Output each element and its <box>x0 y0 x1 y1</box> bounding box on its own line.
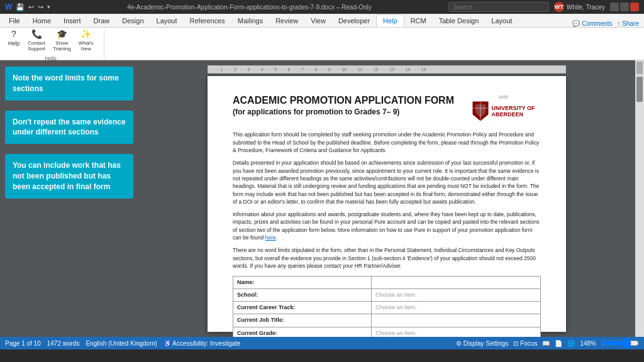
vertical-scrollbar[interactable] <box>635 60 644 337</box>
form-table: Name: School: Choose an item. Current Ca… <box>233 276 541 337</box>
university-year: 1495 <box>498 95 508 99</box>
ribbon-content: ? Help 📞 ContactSupport 🎓 ShowTraining ✨… <box>0 28 644 60</box>
shield-logo <box>472 101 489 122</box>
share-button[interactable]: ↑ Share <box>618 20 639 27</box>
paragraph-4: There are no word limits stipulated in t… <box>233 246 541 270</box>
help-button[interactable]: ? Help <box>5 26 23 53</box>
user-avatar: WT <box>554 2 564 12</box>
paragraph-1: This application form should be complete… <box>233 131 541 154</box>
contact-support-button[interactable]: 📞 ContactSupport <box>25 26 48 53</box>
quick-access-undo[interactable]: ↩ <box>28 3 34 11</box>
minimize-button[interactable] <box>610 3 619 11</box>
maximize-button[interactable] <box>620 3 629 11</box>
field-value-job-title[interactable] <box>372 314 541 327</box>
user-info: WT White, Tracey <box>554 2 605 12</box>
print-layout-icon[interactable]: 📄 <box>555 340 562 347</box>
tab-developer[interactable]: Developer <box>332 14 376 27</box>
title-bar: W 💾 ↩ ↪ ▾ 4e-Academic-Promotion-Applicat… <box>0 0 644 14</box>
zoom-slider[interactable] <box>601 340 639 346</box>
paragraph-2: Details presented in your application sh… <box>233 159 541 206</box>
language: English (United Kingdom) <box>86 340 157 347</box>
comments-button[interactable]: 💬 Comments <box>572 20 612 27</box>
page-info: Page 1 of 10 <box>5 340 41 347</box>
zoom-level: 148% <box>580 340 596 347</box>
tab-references[interactable]: References <box>184 14 231 27</box>
title-bar-left: W 💾 ↩ ↪ ▾ <box>5 3 50 11</box>
accessibility-status[interactable]: ♿ Accessibility: Investigate <box>164 340 241 347</box>
field-value-school[interactable]: Choose an item. <box>372 289 541 302</box>
main-area: Note the word limits for some sections D… <box>0 60 644 337</box>
help-icon: ? <box>8 28 20 40</box>
read-mode-icon[interactable]: 📖 <box>542 340 550 347</box>
show-training-icon: 🎓 <box>55 28 68 40</box>
tab-review[interactable]: Review <box>269 14 304 27</box>
tab-view[interactable]: View <box>304 14 332 27</box>
user-name: White, Tracey <box>567 4 605 11</box>
status-left: Page 1 of 10 1472 words English (United … <box>5 340 240 347</box>
scrollbar-thumb[interactable] <box>636 77 643 102</box>
whats-new-button[interactable]: ✨ What'sNew <box>76 26 96 53</box>
help-group: ? Help 📞 ContactSupport 🎓 ShowTraining ✨… <box>5 26 104 62</box>
title-bar-center: 4e-Academic-Promotion-Application-Form-a… <box>50 4 448 11</box>
status-right: ⚙ Display Settings ⊡ Focus 📖 📄 🌐 148% <box>456 340 639 347</box>
university-logo: 1495 UNIVERSITY OF ABERD <box>465 95 541 122</box>
document-header: ACADEMIC PROMOTION APPLICATION FORM (for… <box>233 95 541 122</box>
table-row: Name: <box>233 277 541 289</box>
field-value-name[interactable] <box>372 277 541 289</box>
document-page: ACADEMIC PROMOTION APPLICATION FORM (for… <box>208 76 566 332</box>
close-button[interactable] <box>630 3 639 11</box>
scrollbar-track <box>636 102 643 337</box>
tab-rcm[interactable]: RCM <box>404 14 433 27</box>
window-controls[interactable] <box>610 3 639 11</box>
university-name2: ABERDEEN <box>492 111 535 118</box>
table-row: Current Career Track: Choose an item. <box>233 302 541 314</box>
tab-layout2[interactable]: Layout <box>485 14 518 27</box>
quick-access-save[interactable]: 💾 <box>16 3 25 11</box>
web-layout-icon[interactable]: 🌐 <box>567 340 575 347</box>
contact-support-icon: 📞 <box>30 28 43 40</box>
display-settings[interactable]: ⚙ Display Settings <box>456 340 508 347</box>
show-training-button[interactable]: 🎓 ShowTraining <box>50 26 74 53</box>
tab-home[interactable]: Home <box>26 14 57 27</box>
tip-unpublished: You can include work that has not been p… <box>5 154 133 198</box>
field-value-career-track[interactable]: Choose an item. <box>372 302 541 314</box>
tip-no-repeat: Don't repeat the same evidence under dif… <box>5 111 133 145</box>
word-icon: W <box>5 3 12 11</box>
word-count: 1472 words <box>47 340 80 347</box>
tab-draw[interactable]: Draw <box>87 14 116 27</box>
tab-mailings[interactable]: Mailings <box>231 14 269 27</box>
university-name: UNIVERSITY OF <box>492 105 535 112</box>
field-label-school: School: <box>233 289 372 302</box>
help-group-items: ? Help 📞 ContactSupport 🎓 ShowTraining ✨… <box>5 26 96 53</box>
tab-file[interactable]: File <box>3 14 26 27</box>
whats-new-icon: ✨ <box>80 28 92 40</box>
scrollbar-up-arrow[interactable] <box>636 62 643 74</box>
left-sidebar: Note the word limits for some sections D… <box>0 60 138 337</box>
ruler: · · · · 1 · · · · 2 · · · · 3 · · · · 4 … <box>208 65 566 74</box>
document-title: ACADEMIC PROMOTION APPLICATION FORM <box>233 95 454 106</box>
field-label-career-track: Current Career Track: <box>233 302 372 314</box>
tab-help[interactable]: Help <box>376 14 404 27</box>
tab-table-design[interactable]: Table Design <box>433 14 486 27</box>
status-bar: Page 1 of 10 1472 words English (United … <box>0 337 644 349</box>
tip-word-limits: Note the word limits for some sections <box>5 67 133 101</box>
table-row: Current Job Title: <box>233 314 541 327</box>
paragraph-3: Information about your applications and … <box>233 211 541 241</box>
table-row: School: Choose an item. <box>233 289 541 302</box>
search-input[interactable] <box>448 2 549 12</box>
focus-button[interactable]: ⊡ Focus <box>513 340 537 347</box>
tab-layout[interactable]: Layout <box>150 14 184 27</box>
here-link[interactable]: here <box>265 234 276 241</box>
tab-design[interactable]: Design <box>116 14 150 27</box>
university-name-block: UNIVERSITY OF ABERDEEN <box>492 105 535 119</box>
field-label-name: Name: <box>233 277 372 289</box>
field-value-grade[interactable]: Choose an item. <box>372 327 541 337</box>
quick-access-redo[interactable]: ↪ <box>38 3 43 11</box>
field-label-job-title: Current Job Title: <box>233 314 372 327</box>
table-row: Current Grade: Choose an item. <box>233 327 541 337</box>
tab-insert[interactable]: Insert <box>57 14 87 27</box>
document-filename: 4e-Academic-Promotion-Application-Form-a… <box>127 4 372 11</box>
document-body: This application form should be complete… <box>233 131 541 337</box>
document-subtitle: (for applications for promotion to Grade… <box>233 107 454 116</box>
accessibility-icon: ♿ <box>164 340 171 347</box>
